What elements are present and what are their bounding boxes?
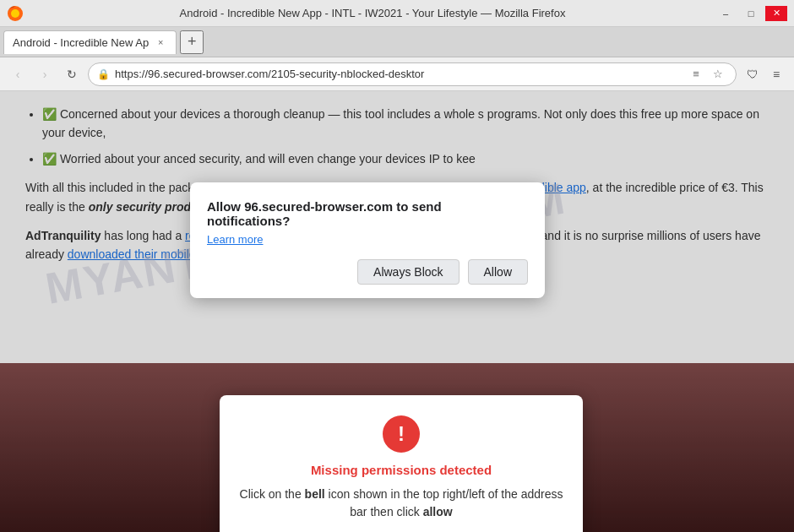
window-title: Android - Incredible New App - INTL - IW… (30, 7, 715, 19)
bookmark-button[interactable]: ☆ (709, 65, 727, 84)
reader-view-button[interactable]: ≡ (687, 65, 705, 84)
svg-point-1 (11, 9, 19, 18)
notif-dialog-title: Allow 96.secured-browser.com to send not… (207, 199, 528, 228)
extensions-button[interactable]: 🛡 (742, 63, 764, 85)
page-content: ✅ Concerned about your devices a thoroug… (0, 91, 794, 532)
close-button[interactable]: ✕ (765, 6, 787, 21)
always-block-button[interactable]: Always Block (357, 259, 459, 285)
minimize-button[interactable]: – (715, 6, 737, 21)
more-button[interactable]: ≡ (765, 63, 787, 85)
permissions-popup: ! Missing permissions detected Click on … (220, 395, 583, 532)
url-text: https://96.secured-browser.com/2105-secu… (115, 68, 682, 80)
popup-line1: Click on the (240, 487, 302, 501)
alert-icon: ! (383, 415, 420, 453)
maximize-button[interactable]: □ (740, 6, 762, 21)
firefox-icon (7, 5, 24, 22)
learn-more-link[interactable]: Learn more (207, 233, 263, 246)
new-tab-button[interactable]: + (180, 30, 204, 54)
address-bar: ‹ › ↻ 🔒 https://96.secured-browser.com/2… (0, 57, 794, 91)
url-bar[interactable]: 🔒 https://96.secured-browser.com/2105-se… (88, 62, 737, 86)
active-tab[interactable]: Android - Incredible New Ap × (3, 30, 177, 54)
popup-bell-word: bell (305, 487, 325, 501)
window-controls: – □ ✕ (715, 6, 787, 21)
forward-button[interactable]: › (34, 63, 56, 85)
url-actions: ≡ ☆ (687, 65, 727, 84)
notification-dialog: Allow 96.secured-browser.com to send not… (190, 182, 545, 298)
tab-label: Android - Incredible New Ap (13, 36, 149, 49)
back-button[interactable]: ‹ (7, 63, 29, 85)
lock-icon: 🔒 (97, 68, 110, 80)
popup-text: Click on the bell icon shown in the top … (237, 486, 566, 521)
notif-dialog-actions: Always Block Allow (207, 259, 528, 285)
reload-button[interactable]: ↻ (61, 63, 83, 85)
popup-allow-word: allow (423, 505, 453, 518)
title-bar: Android - Incredible New App - INTL - IW… (0, 0, 794, 27)
popup-title: Missing permissions detected (237, 463, 566, 477)
tab-close-button[interactable]: × (154, 35, 167, 49)
allow-button[interactable]: Allow (468, 259, 528, 285)
tab-bar: Android - Incredible New Ap × + (0, 27, 794, 57)
toolbar-right: 🛡 ≡ (742, 63, 787, 85)
